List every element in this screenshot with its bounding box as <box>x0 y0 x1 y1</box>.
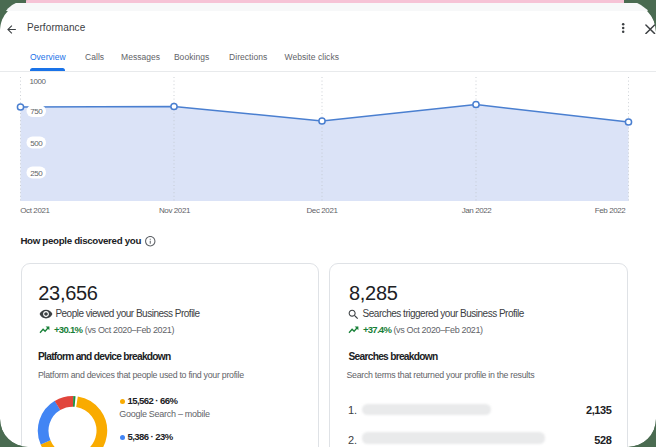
svg-text:1000: 1000 <box>29 77 46 86</box>
svg-text:Jan 2022: Jan 2022 <box>462 206 493 215</box>
svg-text:750: 750 <box>30 107 43 116</box>
svg-text:Oct 2021: Oct 2021 <box>20 206 50 215</box>
svg-text:Feb 2022: Feb 2022 <box>595 206 627 215</box>
svg-text:250: 250 <box>30 169 43 178</box>
svg-text:Nov 2021: Nov 2021 <box>159 206 191 215</box>
svg-text:Dec 2021: Dec 2021 <box>306 206 338 215</box>
svg-text:500: 500 <box>30 139 43 148</box>
